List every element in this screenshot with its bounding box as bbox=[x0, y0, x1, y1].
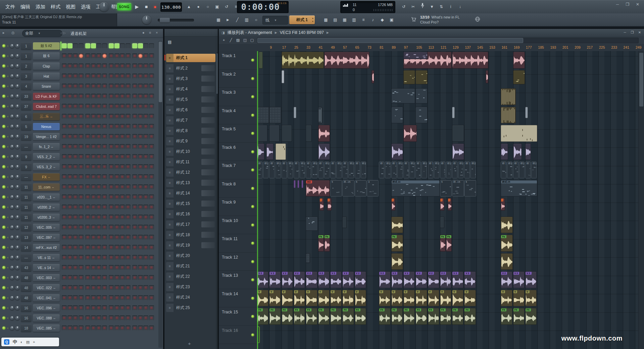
step-button[interactable] bbox=[62, 53, 67, 58]
channel-number-button[interactable]: 11 bbox=[21, 204, 32, 211]
step-button[interactable] bbox=[138, 255, 143, 260]
channel-name-button[interactable]: Clubst..ead 7 bbox=[33, 103, 60, 110]
clip-chain[interactable]: 样式 2 bbox=[434, 162, 439, 178]
step-button[interactable] bbox=[73, 215, 78, 220]
step-button[interactable] bbox=[85, 255, 90, 260]
clip-block[interactable] bbox=[525, 107, 528, 119]
step-button[interactable] bbox=[132, 325, 137, 331]
step-button[interactable] bbox=[143, 174, 148, 179]
channel-volume-knob[interactable] bbox=[15, 246, 19, 250]
step-button[interactable] bbox=[91, 305, 96, 310]
step-button[interactable] bbox=[62, 285, 67, 290]
clip-notes[interactable]: 样式 25 bbox=[501, 180, 537, 197]
track-enable-led[interactable] bbox=[251, 59, 254, 61]
channel-number-button[interactable]: 33 bbox=[21, 93, 32, 100]
step-button[interactable] bbox=[102, 94, 107, 99]
step-button[interactable] bbox=[132, 315, 137, 320]
clip-wave[interactable] bbox=[440, 198, 444, 211]
step-button[interactable] bbox=[109, 305, 114, 310]
step-button[interactable] bbox=[85, 84, 90, 89]
clip-wave[interactable] bbox=[327, 198, 332, 211]
step-button[interactable] bbox=[79, 295, 84, 300]
mixer-toggle-icon[interactable]: ▥ bbox=[350, 16, 358, 24]
step-button[interactable] bbox=[67, 174, 72, 179]
step-button[interactable] bbox=[96, 134, 101, 139]
download-icon[interactable]: ↓ bbox=[456, 3, 464, 11]
pl-brush-icon[interactable]: ▨ bbox=[235, 37, 241, 43]
pattern-item[interactable]: ≡样式 17 bbox=[166, 220, 215, 229]
clip-chain[interactable]: 5 bbox=[330, 180, 342, 197]
step-button[interactable] bbox=[67, 265, 72, 270]
step-button[interactable] bbox=[132, 154, 137, 159]
channel-name-button[interactable]: 三..乐↔ bbox=[33, 113, 60, 120]
track-enable-led[interactable] bbox=[251, 132, 254, 135]
clip-wave[interactable] bbox=[391, 217, 403, 233]
pl-pencil-icon[interactable]: ╱ bbox=[228, 37, 234, 43]
step-button[interactable] bbox=[132, 94, 137, 99]
playlist-track-header[interactable]: Track 7 bbox=[219, 161, 257, 179]
loop-record-icon[interactable]: ↺ bbox=[223, 3, 230, 11]
channel-pan-knob[interactable] bbox=[10, 235, 14, 239]
step-button[interactable] bbox=[79, 315, 84, 320]
step-button[interactable] bbox=[143, 43, 148, 48]
step-button[interactable] bbox=[143, 315, 148, 320]
step-button[interactable] bbox=[149, 43, 154, 48]
playlist-track-header[interactable]: Track 16 bbox=[219, 326, 257, 344]
tempo-display[interactable]: 130.000 bbox=[160, 2, 182, 12]
step-button[interactable] bbox=[126, 194, 131, 200]
step-button[interactable] bbox=[109, 184, 114, 189]
channel-name-button[interactable]: FX↔ bbox=[33, 173, 60, 181]
playlist-track-header[interactable]: Track 11 bbox=[219, 234, 257, 253]
step-button[interactable] bbox=[114, 315, 119, 320]
clip-wave[interactable]: V bbox=[428, 290, 439, 307]
pattern-item[interactable]: ≡样式 9 bbox=[166, 137, 215, 146]
channel-number-button[interactable]: 9 bbox=[21, 163, 32, 171]
step-button[interactable] bbox=[67, 74, 72, 79]
step-button[interactable] bbox=[96, 74, 101, 79]
channel-enable-led[interactable] bbox=[2, 165, 5, 168]
step-button[interactable] bbox=[73, 63, 78, 69]
step-button[interactable] bbox=[73, 194, 78, 200]
step-button[interactable] bbox=[114, 53, 119, 58]
step-button[interactable] bbox=[114, 285, 119, 290]
pattern-item[interactable]: ≡样式 25 bbox=[166, 303, 215, 312]
clip-chain[interactable]: 样 1 bbox=[403, 162, 409, 178]
channel-mute-dot[interactable] bbox=[7, 146, 8, 147]
ime-logo-icon[interactable]: Q bbox=[4, 339, 9, 345]
clip-chain[interactable]: 样 1 bbox=[330, 162, 336, 178]
step-button[interactable] bbox=[126, 295, 131, 300]
step-button[interactable] bbox=[132, 275, 137, 280]
step-button[interactable] bbox=[126, 205, 131, 210]
pl-select-icon[interactable]: ▢ bbox=[249, 37, 255, 43]
channel-pan-knob[interactable] bbox=[10, 316, 14, 320]
clip-wave[interactable]: HO bbox=[306, 180, 330, 197]
clip-wave[interactable] bbox=[501, 198, 505, 211]
step-button[interactable] bbox=[96, 265, 101, 270]
step-button[interactable] bbox=[149, 174, 154, 179]
step-button[interactable] bbox=[120, 144, 125, 149]
step-button[interactable] bbox=[149, 315, 154, 320]
clip-wave[interactable]: FX bbox=[257, 308, 268, 325]
step-button[interactable] bbox=[91, 43, 96, 48]
step-button[interactable] bbox=[96, 245, 101, 250]
channel-number-button[interactable]: 48 bbox=[21, 274, 32, 281]
step-button[interactable] bbox=[120, 225, 125, 230]
step-button[interactable] bbox=[67, 164, 72, 169]
step-button[interactable] bbox=[143, 134, 148, 139]
channel-volume-knob[interactable] bbox=[15, 316, 19, 320]
step-button[interactable] bbox=[102, 184, 107, 189]
step-button[interactable] bbox=[85, 164, 90, 169]
step-button[interactable] bbox=[132, 235, 137, 240]
step-button[interactable] bbox=[67, 275, 72, 280]
step-button[interactable] bbox=[143, 225, 148, 230]
channel-enable-led[interactable] bbox=[2, 175, 5, 178]
clip-chain[interactable]: 5 bbox=[355, 180, 367, 197]
step-button[interactable] bbox=[132, 134, 137, 139]
step-button[interactable] bbox=[120, 194, 125, 200]
step-button[interactable] bbox=[102, 194, 107, 200]
track-enable-led[interactable] bbox=[251, 169, 254, 171]
channel-enable-led[interactable] bbox=[2, 44, 5, 47]
step-button[interactable] bbox=[62, 94, 67, 99]
step-button[interactable] bbox=[79, 154, 84, 159]
step-button[interactable] bbox=[138, 154, 143, 159]
